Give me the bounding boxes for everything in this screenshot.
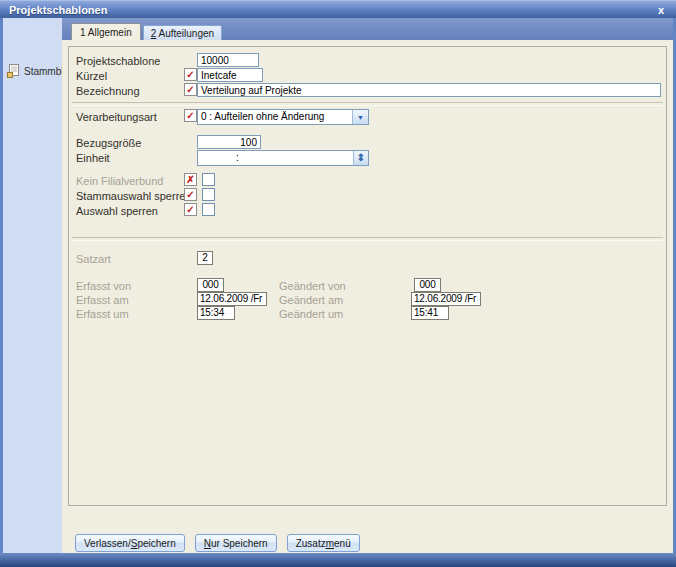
form-page-icon bbox=[7, 64, 20, 78]
erfasst-am-label: Erfasst am bbox=[76, 294, 129, 306]
erfasst-von-value: 000 bbox=[197, 278, 224, 292]
erfasst-um-value: 15:34 bbox=[197, 306, 235, 320]
satzart-label: Satzart bbox=[76, 253, 111, 265]
auswahl-edit-check-icon[interactable]: ✓ bbox=[184, 203, 197, 216]
einheit-select[interactable]: : ⇕ bbox=[197, 150, 369, 166]
geaendert-um-value: 15:41 bbox=[411, 306, 449, 320]
kein-filialverbund-label: Kein Filialverbund bbox=[76, 175, 163, 187]
kuerzel-input[interactable] bbox=[197, 68, 263, 82]
einheit-spinner-button[interactable]: ⇕ bbox=[353, 151, 368, 165]
form-panel: Projektschablone Kürzel ✓ Bezeichnung ✓ … bbox=[68, 46, 667, 506]
verarbeitungsart-value: 0 : Aufteilen ohne Änderung bbox=[198, 110, 352, 124]
verlassen-speichern-button[interactable]: Verlassen/Speichern bbox=[75, 534, 185, 552]
verarbeitungsart-dropdown-button[interactable]: ▼ bbox=[352, 110, 368, 124]
window-border-bottom bbox=[0, 553, 676, 567]
geaendert-am-value: 12.06.2009 /Fr bbox=[411, 292, 481, 306]
einheit-value: : bbox=[198, 151, 353, 165]
erfasst-um-label: Erfasst um bbox=[76, 308, 129, 320]
kein-filialverbund-edit-cross-icon[interactable]: ✗ bbox=[184, 173, 197, 186]
geaendert-am-label: Geändert am bbox=[279, 294, 343, 306]
tab-allgemein[interactable]: 1 Allgemein bbox=[71, 23, 141, 40]
verarbeitungsart-label: Verarbeitungsart bbox=[76, 111, 157, 123]
up-down-arrow-icon: ⇕ bbox=[357, 153, 365, 163]
bezeichnung-input[interactable] bbox=[197, 83, 661, 97]
kuerzel-edit-check-icon[interactable]: ✓ bbox=[184, 68, 197, 81]
sidebar: Stammblatt bbox=[3, 18, 62, 553]
window-titlebar: Projektschablonen x bbox=[0, 0, 676, 18]
verarbeitungsart-edit-check-icon[interactable]: ✓ bbox=[184, 109, 197, 122]
stammauswahl-edit-check-icon[interactable]: ✓ bbox=[184, 188, 197, 201]
verarbeitungsart-select[interactable]: 0 : Aufteilen ohne Änderung ▼ bbox=[197, 109, 369, 125]
geaendert-um-label: Geändert um bbox=[279, 308, 343, 320]
close-icon[interactable]: x bbox=[655, 3, 667, 17]
sidebar-item-stammblatt[interactable]: Stammblatt bbox=[3, 64, 62, 78]
bezugsgroesse-label: Bezugsgröße bbox=[76, 137, 141, 149]
tab-aufteilungen[interactable]: 2 Aufteilungen bbox=[143, 25, 222, 40]
projektschablonen-window: Projektschablonen x Stammblatt 1 Allgeme bbox=[0, 0, 676, 567]
main-area: 1 Allgemein 2 Aufteilungen Projektschabl… bbox=[62, 18, 673, 553]
kein-filialverbund-checkbox[interactable] bbox=[202, 173, 215, 186]
einheit-label: Einheit bbox=[76, 152, 110, 164]
erfasst-am-value: 12.06.2009 /Fr bbox=[197, 292, 267, 306]
footer-button-row: Verlassen/Speichern Nur Speichern Zusatz… bbox=[75, 534, 360, 552]
chevron-down-icon: ▼ bbox=[357, 114, 364, 121]
separator bbox=[72, 102, 663, 106]
stammauswahl-sperren-label: Stammauswahl sperren bbox=[76, 190, 192, 202]
bezeichnung-edit-check-icon[interactable]: ✓ bbox=[184, 83, 197, 96]
bezugsgroesse-input[interactable] bbox=[197, 135, 261, 149]
stammauswahl-sperren-checkbox[interactable] bbox=[202, 188, 215, 201]
erfasst-von-label: Erfasst von bbox=[76, 280, 131, 292]
satzart-value: 2 bbox=[197, 251, 213, 265]
geaendert-von-value: 000 bbox=[414, 278, 441, 292]
zusatzmenu-button[interactable]: Zusatzmenü bbox=[287, 534, 360, 552]
projektschablone-label: Projektschablone bbox=[76, 55, 160, 67]
projektschablone-input[interactable] bbox=[197, 53, 259, 67]
geaendert-von-label: Geändert von bbox=[279, 280, 346, 292]
auswahl-sperren-label: Auswahl sperren bbox=[76, 205, 158, 217]
kuerzel-label: Kürzel bbox=[76, 70, 107, 82]
auswahl-sperren-checkbox[interactable] bbox=[202, 203, 215, 216]
nur-speichern-button[interactable]: Nur Speichern bbox=[195, 534, 277, 552]
tab-bar: 1 Allgemein 2 Aufteilungen bbox=[62, 18, 673, 40]
window-title: Projektschablonen bbox=[9, 4, 107, 16]
bezeichnung-label: Bezeichnung bbox=[76, 85, 140, 97]
separator bbox=[72, 237, 663, 241]
